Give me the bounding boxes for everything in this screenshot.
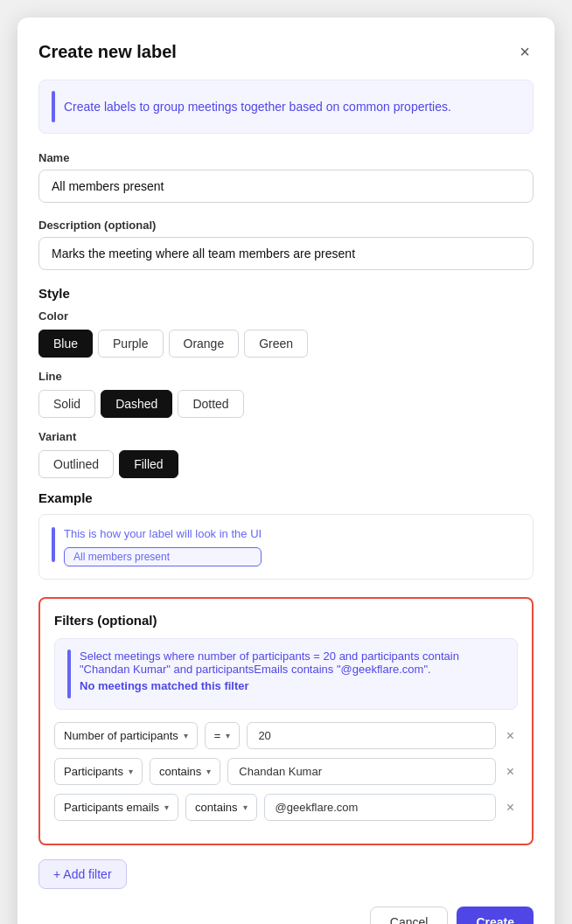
example-bar-decoration (52, 527, 55, 562)
filter-info-text: Select meetings where number of particip… (80, 650, 459, 676)
name-label: Name (38, 151, 534, 164)
filter-op-3-select[interactable]: contains ▾ (185, 794, 256, 821)
example-content: This is how your label will look in the … (64, 527, 262, 566)
color-orange-button[interactable]: Orange (169, 330, 240, 358)
line-dashed-button[interactable]: Dashed (101, 390, 172, 418)
filter-field-3-label: Participants emails (64, 801, 159, 814)
label-chip: All members present (64, 547, 262, 566)
chevron-down-icon: ▾ (184, 731, 188, 740)
filter-info-bar (67, 650, 71, 698)
filter-field-3-select[interactable]: Participants emails ▾ (54, 794, 178, 821)
line-label: Line (38, 370, 534, 383)
filter-value-2-input[interactable] (227, 758, 495, 785)
description-input[interactable] (38, 237, 534, 270)
close-button[interactable]: × (516, 38, 534, 66)
color-purple-button[interactable]: Purple (98, 330, 163, 358)
name-input[interactable] (38, 170, 534, 203)
filter-op-1-select[interactable]: = ▾ (205, 722, 241, 749)
line-solid-button[interactable]: Solid (38, 390, 95, 418)
variant-filled-button[interactable]: Filled (119, 450, 178, 478)
example-box: This is how your label will look in the … (38, 514, 534, 580)
add-filter-button[interactable]: + Add filter (38, 859, 127, 889)
variant-btn-group: Outlined Filled (38, 450, 534, 478)
color-btn-group: Blue Purple Orange Green (38, 330, 534, 358)
color-label: Color (38, 309, 534, 323)
filter-row-3: Participants emails ▾ contains ▾ × (54, 794, 518, 821)
filter-row-1: Number of participants ▾ = ▾ × (54, 722, 518, 749)
filter-info-box: Select meetings where number of particip… (54, 638, 518, 710)
modal-title: Create new label (38, 42, 177, 62)
example-description: This is how your label will look in the … (64, 527, 262, 540)
footer-buttons: Cancel Create (38, 907, 534, 924)
create-button[interactable]: Create (457, 907, 534, 924)
line-dotted-button[interactable]: Dotted (178, 390, 243, 418)
color-blue-button[interactable]: Blue (38, 330, 93, 358)
cancel-button[interactable]: Cancel (370, 907, 449, 924)
chevron-down-icon: ▾ (206, 767, 211, 776)
example-section: Example This is how your label will look… (38, 490, 534, 580)
chevron-down-icon: ▾ (226, 731, 230, 740)
filters-title: Filters (optional) (54, 613, 518, 628)
variant-outlined-button[interactable]: Outlined (38, 450, 114, 478)
color-green-button[interactable]: Green (244, 330, 308, 358)
name-section: Name (38, 151, 534, 215)
filter-field-2-label: Participants (64, 765, 123, 778)
filter-remove-3-button[interactable]: × (503, 796, 518, 819)
info-text: Create labels to group meetings together… (64, 100, 451, 114)
description-label: Description (optional) (38, 219, 534, 232)
filter-op-1-label: = (214, 729, 221, 742)
line-btn-group: Solid Dashed Dotted (38, 390, 534, 418)
filter-row-2: Participants ▾ contains ▾ × (54, 758, 518, 785)
filter-op-3-label: contains (195, 801, 237, 814)
info-bar-decoration (52, 91, 55, 122)
description-section: Description (optional) (38, 219, 534, 282)
filter-field-1-select[interactable]: Number of participants ▾ (54, 722, 198, 749)
filters-section: Filters (optional) Select meetings where… (38, 597, 534, 845)
modal-header: Create new label × (38, 38, 534, 66)
info-box: Create labels to group meetings together… (38, 80, 534, 134)
filter-value-1-input[interactable] (247, 722, 495, 749)
example-title: Example (38, 490, 534, 505)
create-label-modal: Create new label × Create labels to grou… (17, 17, 555, 924)
filter-op-2-label: contains (159, 765, 201, 778)
filter-field-1-label: Number of participants (64, 729, 178, 742)
chevron-down-icon: ▾ (243, 802, 248, 812)
variant-label: Variant (38, 430, 534, 443)
filter-value-3-input[interactable] (264, 794, 496, 821)
example-inner: This is how your label will look in the … (52, 527, 520, 566)
no-match-text: No meetings matched this filter (80, 679, 505, 692)
filter-info-content: Select meetings where number of particip… (80, 650, 505, 692)
style-title: Style (38, 286, 534, 301)
style-section: Style Color Blue Purple Orange Green Lin… (38, 286, 534, 478)
add-filter-label: + Add filter (53, 867, 112, 881)
filter-field-2-select[interactable]: Participants ▾ (54, 758, 143, 785)
chevron-down-icon: ▾ (164, 802, 169, 812)
filter-op-2-select[interactable]: contains ▾ (150, 758, 220, 785)
filter-remove-1-button[interactable]: × (503, 725, 518, 747)
chevron-down-icon: ▾ (129, 767, 133, 776)
filter-remove-2-button[interactable]: × (503, 761, 518, 783)
